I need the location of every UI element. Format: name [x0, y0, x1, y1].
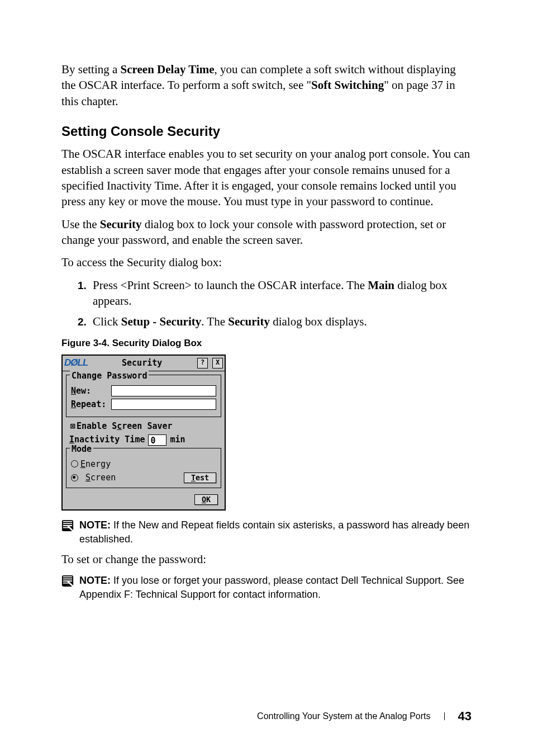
bold: Setup - Security — [121, 315, 202, 328]
page-number: 43 — [458, 708, 472, 725]
para-security-use: Use the Security dialog box to lock your… — [61, 216, 472, 248]
text: est — [196, 474, 209, 482]
change-password-group: Change Password New: Repeat: — [66, 375, 221, 418]
page-footer: Controlling Your System at the Analog Po… — [257, 708, 472, 725]
bold: Security — [228, 315, 270, 328]
bold: Main — [368, 278, 394, 292]
footer-divider — [444, 712, 445, 720]
text: creen — [91, 472, 116, 483]
note-body: If you lose or forget your password, ple… — [79, 575, 464, 599]
figure-caption: Figure 3-4. Security Dialog Box — [61, 337, 472, 350]
group-legend: Mode — [70, 443, 93, 455]
para-security-intro: The OSCAR interface enables you to set s… — [61, 146, 472, 209]
new-label: New: — [71, 385, 107, 396]
mnemonic: N — [71, 386, 76, 396]
step-2: Click Setup - Security. The Security dia… — [89, 314, 472, 329]
text: nergy — [85, 459, 111, 469]
text: K — [206, 495, 211, 504]
note-1: NOTE: If the New and Repeat fields conta… — [61, 518, 472, 546]
group-legend: Change Password — [70, 370, 149, 381]
dialog-titlebar: DØLL Security ? X — [63, 356, 225, 371]
bold: Soft Switching — [311, 78, 384, 92]
text: dialog box displays. — [270, 315, 367, 328]
mnemonic: S — [85, 472, 91, 483]
mnemonic: T — [191, 474, 196, 482]
note-label: NOTE: — [79, 575, 111, 586]
note-label: NOTE: — [79, 519, 111, 531]
text: By setting a — [61, 63, 121, 76]
intro-para: By setting a Screen Delay Time, you can … — [61, 62, 472, 109]
enable-row: ⊠Enable Screen Saver — [69, 420, 220, 432]
inactivity-unit: min — [170, 434, 185, 445]
repeat-field[interactable] — [111, 399, 216, 410]
button-bar: OK — [66, 492, 221, 505]
enable-checkbox[interactable]: ⊠ — [69, 420, 77, 432]
text: Click — [93, 315, 121, 328]
text: epeat: — [76, 399, 106, 409]
bold: Security — [100, 218, 142, 231]
test-button[interactable]: Test — [184, 472, 216, 483]
repeat-label: Repeat: — [71, 399, 107, 410]
energy-label: Energy — [80, 459, 111, 470]
dell-logo: DØLL — [64, 357, 88, 370]
step-1: Press <Print Screen> to launch the OSCAR… — [89, 277, 472, 309]
text: reen Saver — [122, 421, 172, 431]
mnemonic: R — [71, 399, 76, 409]
screen-row: Screen Test — [71, 472, 216, 483]
mode-group: Mode Energy Screen Test — [66, 448, 221, 489]
mnemonic: E — [80, 459, 85, 469]
bold: Screen Delay Time — [121, 63, 215, 76]
dialog-body: Change Password New: Repeat: ⊠Enable Scr… — [63, 371, 225, 510]
new-row: New: — [71, 385, 216, 396]
close-button[interactable]: X — [212, 358, 223, 368]
text: ew: — [76, 386, 91, 396]
security-dialog: DØLL Security ? X Change Password New: R… — [61, 355, 226, 511]
text: Use the — [61, 218, 100, 231]
mnemonic: O — [202, 495, 206, 504]
note-text: NOTE: If you lose or forget your passwor… — [79, 574, 472, 601]
para-access: To access the Security dialog box: — [61, 254, 472, 270]
text: Press <Print Screen> to launch the OSCAR… — [93, 278, 368, 292]
note-2: NOTE: If you lose or forget your passwor… — [61, 574, 472, 601]
steps-list: Press <Print Screen> to launch the OSCAR… — [61, 277, 472, 329]
para-setpw: To set or change the password: — [61, 551, 472, 567]
section-title: Setting Console Security — [61, 122, 472, 140]
screen-option: Screen — [71, 472, 116, 483]
note-icon — [61, 519, 74, 532]
energy-radio[interactable] — [71, 460, 78, 467]
inactivity-field[interactable]: 0 — [148, 434, 166, 446]
text: . The — [201, 315, 228, 328]
footer-text: Controlling Your System at the Analog Po… — [257, 710, 430, 722]
text: Enable S — [77, 421, 117, 431]
note-icon — [61, 575, 74, 587]
screen-radio[interactable] — [71, 474, 78, 481]
note-body: If the New and Repeat fields contain six… — [79, 519, 469, 544]
repeat-row: Repeat: — [71, 399, 216, 410]
screen-label: Screen — [85, 472, 116, 483]
energy-row: Energy — [71, 459, 216, 470]
note-text: NOTE: If the New and Repeat fields conta… — [79, 518, 472, 546]
mnemonic: c — [117, 421, 122, 431]
dialog-title: Security — [91, 357, 193, 368]
help-button[interactable]: ? — [197, 358, 208, 368]
new-field[interactable] — [111, 385, 216, 396]
ok-button[interactable]: OK — [194, 494, 218, 505]
